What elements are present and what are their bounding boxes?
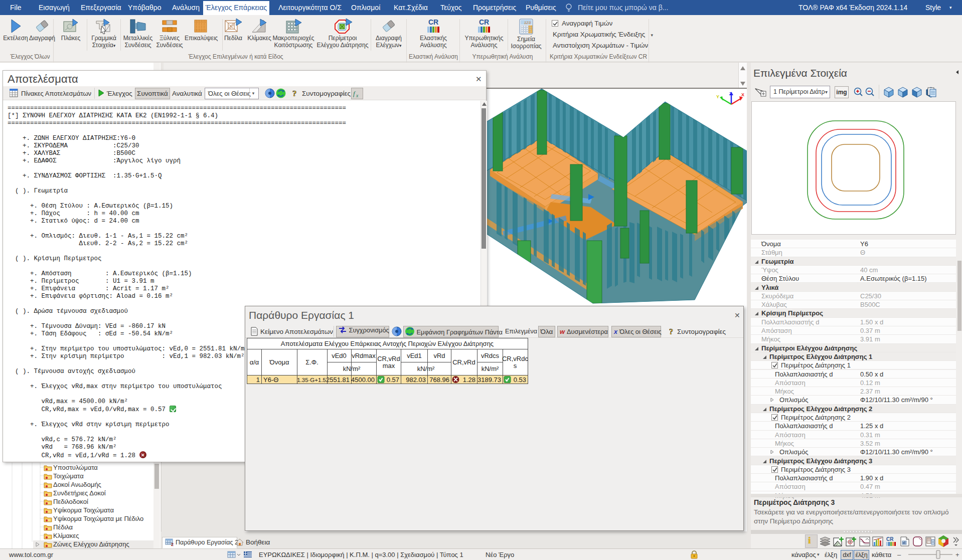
svg-text:CR: CR xyxy=(428,18,438,26)
svg-text:vEd1: vEd1 xyxy=(407,352,422,359)
svg-text:768.96: 768.96 xyxy=(429,376,449,384)
svg-text:kN/m²: kN/m² xyxy=(482,365,499,372)
svg-text:Y: Y xyxy=(716,94,719,99)
svg-text:max: max xyxy=(383,362,395,369)
svg-text:0.57: 0.57 xyxy=(387,376,399,384)
svg-text:CR,vRdc: CR,vRdc xyxy=(502,355,529,362)
svg-text:0.53: 0.53 xyxy=(514,376,526,384)
svg-text:Όνομα: Όνομα xyxy=(269,358,289,366)
svg-text:3189.73: 3189.73 xyxy=(477,376,501,384)
svg-text:2: 2 xyxy=(171,542,174,546)
svg-text:CR,vRd: CR,vRd xyxy=(452,358,475,366)
svg-text:?: ? xyxy=(292,89,297,98)
svg-text:vRdcs: vRdcs xyxy=(481,352,500,359)
svg-text:4500.00: 4500.00 xyxy=(351,376,375,384)
svg-text:vRdmax: vRdmax xyxy=(352,352,376,359)
svg-text:vEd0: vEd0 xyxy=(332,352,347,359)
svg-text:Υ6-Θ: Υ6-Θ xyxy=(263,376,278,384)
svg-text:CR: CR xyxy=(886,536,894,542)
svg-text:2551.81: 2551.81 xyxy=(326,376,350,384)
svg-text:CR,vRd: CR,vRd xyxy=(377,355,400,362)
svg-text:123: 123 xyxy=(524,21,531,25)
svg-text:s: s xyxy=(514,362,517,369)
svg-text:1: 1 xyxy=(256,376,260,384)
svg-text:α/α: α/α xyxy=(250,358,259,366)
svg-text:CR: CR xyxy=(479,18,489,26)
svg-text:x: x xyxy=(356,93,359,98)
svg-text:kN/m²: kN/m² xyxy=(343,365,361,372)
svg-text:vRd: vRd xyxy=(433,352,445,359)
svg-text:kN/m²: kN/m² xyxy=(417,365,435,372)
svg-text:1.35·G+1.5: 1.35·G+1.5 xyxy=(297,377,326,383)
svg-text:?: ? xyxy=(669,327,673,336)
svg-text:982.03: 982.03 xyxy=(406,376,426,384)
svg-text:Z: Z xyxy=(729,91,732,96)
svg-text:X: X xyxy=(741,92,744,97)
svg-text:Σ.Φ.: Σ.Φ. xyxy=(305,358,318,366)
svg-text:Αποτελέσματα Ελέγχου Επάρκειας: Αποτελέσματα Ελέγχου Επάρκειας Αντοχής Π… xyxy=(281,340,494,347)
svg-text:1.28: 1.28 xyxy=(463,376,475,384)
